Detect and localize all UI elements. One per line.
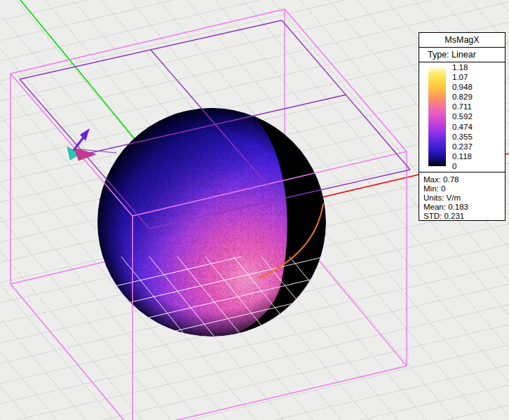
tick-label: 0 (452, 162, 473, 170)
legend-scale-area: 1.18 1.07 0.948 0.829 0.711 0.592 0.474 … (419, 62, 505, 172)
tick-label: 0.829 (452, 93, 473, 101)
legend-statistics: Max: 0.78 Min: 0 Units: V/m Mean: 0.183 … (419, 172, 505, 221)
box-bottom-front-left-edge (11, 284, 133, 420)
tick-label: 0.355 (452, 133, 473, 141)
colorbar[interactable] (428, 67, 446, 166)
tick-label: 0.118 (452, 152, 473, 161)
stat-std: STD: 0.231 (423, 212, 505, 221)
stat-units: Units: V/m (423, 194, 505, 203)
tick-label: 0.474 (452, 123, 473, 131)
colorbar-tick-labels: 1.18 1.07 0.948 0.829 0.711 0.592 0.474 … (452, 63, 473, 170)
box-top-back-right-edge (285, 9, 407, 151)
stat-min: Min: 0 (423, 184, 505, 194)
tick-label: 1.18 (452, 63, 473, 72)
source-marker[interactable] (67, 128, 116, 161)
legend-scale-type: Type: Linear (419, 48, 505, 62)
field-sphere[interactable] (95, 108, 363, 350)
tick-label: 0.948 (452, 83, 473, 91)
stat-max: Max: 0.78 (423, 175, 505, 184)
tick-label: 0.592 (452, 112, 473, 121)
legend-field-name: MsMagX (419, 33, 505, 48)
legend-panel[interactable]: MsMagX Type: Linear 1.18 1.07 0.948 0.82… (419, 32, 505, 221)
box-bottom-front-right-edge (133, 366, 407, 420)
tick-label: 0.711 (452, 102, 473, 111)
tick-label: 1.07 (452, 73, 473, 81)
box-top-back-left-edge (11, 9, 285, 74)
tick-label: 0.237 (452, 142, 473, 151)
3d-viewport[interactable]: MsMagX Type: Linear 1.18 1.07 0.948 0.82… (0, 0, 509, 420)
stat-mean: Mean: 0.183 (423, 203, 505, 212)
box-top-front-left-edge (11, 74, 133, 216)
